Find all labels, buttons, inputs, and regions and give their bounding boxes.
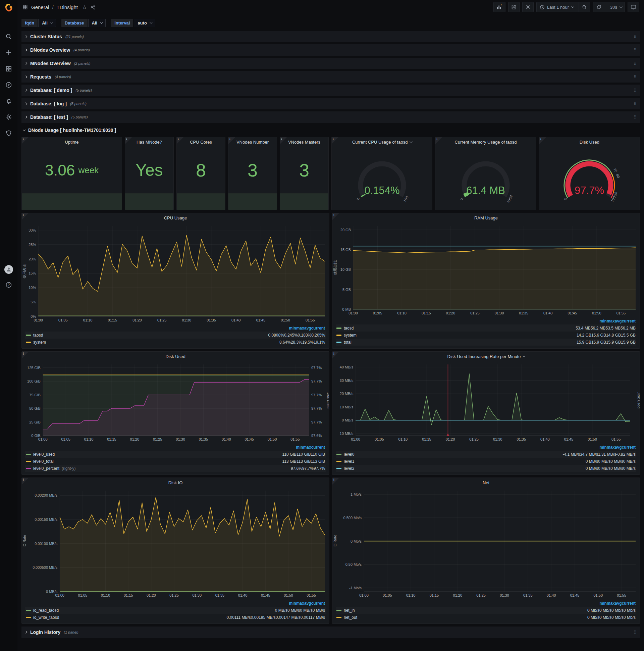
panel-header[interactable]: Disk IO	[22, 478, 329, 487]
tv-mode-button[interactable]	[627, 2, 639, 12]
row-drag-handle[interactable]: ⠿	[633, 115, 637, 120]
svg-text:01:40: 01:40	[238, 593, 248, 597]
explore-icon[interactable]	[5, 81, 12, 89]
legend-series-name[interactable]: level1	[336, 459, 586, 464]
svg-text:01:00: 01:00	[351, 437, 360, 441]
panel-header[interactable]: RAM Usage	[332, 213, 640, 222]
row-database-log[interactable]: Database: [ log ](5 panels)⠿	[22, 98, 640, 110]
panel-header[interactable]: VNodes Number	[228, 137, 277, 147]
stat-value-area: Yes	[125, 147, 173, 194]
row-drag-handle[interactable]: ⠿	[633, 61, 637, 66]
search-icon[interactable]	[5, 33, 12, 40]
row-mnodes-overview[interactable]: MNodes Overview(2 panels)⠿	[22, 58, 640, 69]
panel-header[interactable]: Net	[332, 478, 640, 487]
panel-info-icon[interactable]: i	[332, 352, 339, 359]
panel-title: CPU Usage	[164, 215, 187, 220]
legend-series-name[interactable]: level0	[336, 452, 563, 457]
legend-series-name[interactable]: level0_percent(right-y)	[26, 466, 291, 471]
grafana-logo[interactable]	[0, 0, 18, 16]
legend-series-name[interactable]: system	[26, 340, 280, 345]
stat-value: 3	[248, 160, 258, 181]
panel-info-icon[interactable]: i	[332, 137, 339, 144]
legend-header: max	[607, 601, 615, 606]
row-database-test[interactable]: Database: [ test ](5 panels)⠿	[22, 112, 640, 123]
variable-interval: Intervalauto	[111, 19, 155, 27]
legend-series-name[interactable]: system	[336, 333, 577, 338]
settings-icon[interactable]	[5, 114, 12, 121]
panel-info-icon[interactable]: i	[22, 137, 29, 144]
time-range-picker[interactable]: Last 1 hour	[537, 2, 576, 12]
svg-text:IO Rate: IO Rate	[23, 535, 27, 548]
row-drag-handle[interactable]: ⠿	[633, 101, 637, 106]
row-drag-handle[interactable]: ⠿	[633, 48, 637, 53]
row-panel-count: (4 panels)	[55, 75, 71, 79]
variable-value-dropdown[interactable]: All	[88, 19, 106, 27]
panel-header[interactable]: Disk Used	[539, 137, 640, 147]
panel-header[interactable]: VNodes Masters	[280, 137, 328, 147]
row-cluster-status[interactable]: Cluster Status(21 panels)⠿	[22, 31, 640, 42]
user-avatar[interactable]	[4, 265, 13, 274]
panel-info-icon[interactable]: i	[125, 137, 132, 144]
row-login-history[interactable]: Login History(1 panel)⠿	[22, 626, 640, 638]
panel-info-icon[interactable]: i	[177, 137, 184, 144]
panel-header[interactable]: Disk Used Increasing Rate per Minute	[332, 352, 640, 361]
star-icon[interactable]: ☆	[82, 4, 87, 10]
panel-info-icon[interactable]: i	[436, 137, 442, 144]
panel-header[interactable]: CPU Usage	[22, 213, 329, 222]
legend-value: 0.0808%	[268, 333, 284, 338]
row-dnode-usage[interactable]: DNode Usage [ huolinhe-TM1701:6030 ]	[22, 125, 640, 135]
row-drag-handle[interactable]: ⠿	[633, 34, 637, 39]
legend-series-name[interactable]: level0_total	[26, 459, 282, 464]
save-dashboard-button[interactable]	[508, 2, 520, 12]
row-database-demo[interactable]: Database: [ demo ](5 panels)⠿	[22, 85, 640, 96]
panel-info-icon[interactable]: i	[228, 137, 235, 144]
row-dnodes-overview[interactable]: DNodes Overview(4 panels)⠿	[22, 44, 640, 56]
svg-text:10 MB/s: 10 MB/s	[340, 405, 354, 409]
panel-header[interactable]: Uptime	[22, 137, 122, 147]
panel-info-icon[interactable]: i	[22, 352, 29, 359]
panel-info-icon[interactable]: i	[539, 137, 546, 144]
panel-info-icon[interactable]: i	[332, 478, 339, 485]
svg-text:01:30: 01:30	[182, 318, 192, 322]
breadcrumb-folder[interactable]: General	[31, 4, 49, 10]
row-drag-handle[interactable]: ⠿	[633, 88, 637, 93]
panel-header[interactable]: CPU Cores	[177, 137, 225, 147]
legend-series-name[interactable]: taosd	[336, 326, 576, 331]
panel-header[interactable]: Current CPU Usage of taosd	[332, 137, 432, 147]
legend-series-name[interactable]: io_read_taosd	[26, 608, 275, 613]
legend-series-name[interactable]: taosd	[26, 333, 268, 338]
share-icon[interactable]	[90, 4, 96, 10]
dashboards-icon[interactable]	[5, 65, 12, 72]
legend-value: 15.5 GB	[621, 333, 636, 338]
row-drag-handle[interactable]: ⠿	[633, 74, 637, 80]
variable-value-dropdown[interactable]: auto	[134, 19, 155, 27]
panel-info-icon[interactable]: i	[280, 137, 287, 144]
panel-header[interactable]: Has MNode?	[125, 137, 173, 147]
variable-value-dropdown[interactable]: All	[38, 19, 56, 27]
panel-info-icon[interactable]: i	[22, 213, 29, 220]
dashboard-settings-button[interactable]	[522, 2, 534, 12]
breadcrumb-dashboard[interactable]: TDinsight	[57, 4, 78, 10]
refresh-interval-picker[interactable]: 30s	[607, 2, 624, 12]
add-panel-button[interactable]	[493, 2, 506, 12]
panel-info-icon[interactable]: i	[22, 478, 29, 485]
alerting-icon[interactable]	[5, 97, 12, 105]
stat-panel-vnodes-masters: iVNodes Masters3	[280, 137, 329, 210]
panel-header[interactable]: Disk Used	[22, 352, 329, 361]
create-icon[interactable]	[5, 49, 12, 56]
row-drag-handle[interactable]: ⠿	[633, 630, 637, 635]
panel-header[interactable]: Current Memory Usage of taosd	[436, 137, 536, 147]
refresh-button[interactable]	[593, 2, 604, 12]
legend-series-name[interactable]: net_in	[336, 608, 587, 613]
shield-icon[interactable]	[5, 129, 12, 137]
legend-series-name[interactable]: total	[336, 340, 577, 345]
legend-series-name[interactable]: level2	[336, 466, 586, 471]
zoom-out-time-button[interactable]	[579, 2, 590, 12]
help-icon[interactable]: ?	[5, 281, 12, 288]
panel-info-icon[interactable]: i	[332, 213, 339, 220]
legend-series-name[interactable]: level0_used	[26, 452, 282, 457]
legend-series-name[interactable]: io_write_taosd	[26, 615, 226, 620]
legend-series-name[interactable]: net_out	[336, 615, 587, 620]
legend-value: -4.1 MB/s	[563, 452, 580, 457]
row-requests[interactable]: Requests(4 panels)⠿	[22, 71, 640, 83]
